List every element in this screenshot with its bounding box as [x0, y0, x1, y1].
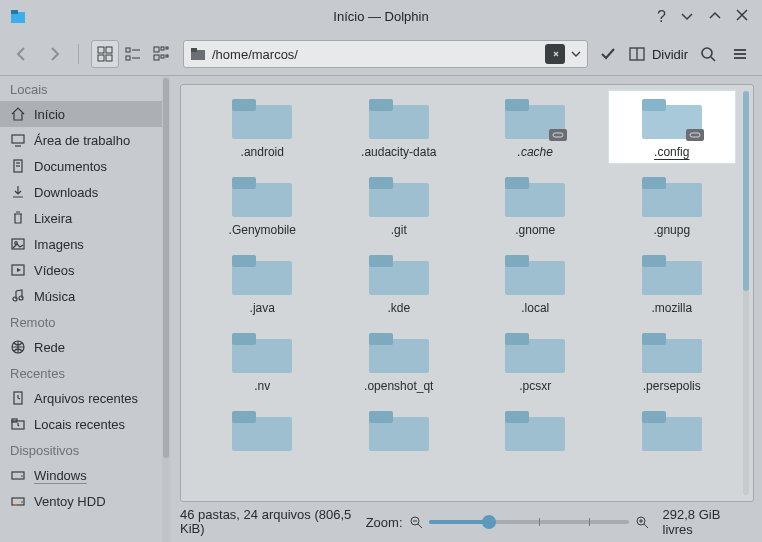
folder-item-kde[interactable]: .kde: [336, 247, 463, 319]
sidebar-item-vídeos[interactable]: Vídeos: [0, 257, 170, 283]
svg-rect-53: [642, 99, 666, 111]
svg-rect-17: [191, 48, 197, 52]
svg-rect-25: [12, 135, 24, 143]
sidebar-item-downloads[interactable]: Downloads: [0, 179, 170, 205]
folder-icon: [640, 407, 704, 453]
window-title: Início — Dolphin: [0, 9, 762, 24]
path-dropdown-button[interactable]: [571, 49, 581, 59]
folder-item-persepolis[interactable]: .persepolis: [609, 325, 736, 397]
svg-point-20: [702, 48, 712, 58]
svg-rect-79: [642, 333, 666, 345]
zoom-label: Zoom:: [366, 515, 403, 530]
sidebar-item-documentos[interactable]: Documentos: [0, 153, 170, 179]
menu-button[interactable]: [728, 42, 752, 66]
folder-item-gnome[interactable]: .gnome: [472, 169, 599, 241]
back-button[interactable]: [10, 42, 34, 66]
svg-rect-13: [154, 55, 159, 60]
titlebar: Início — Dolphin ?: [0, 0, 762, 33]
zoom-out-icon[interactable]: [409, 515, 423, 529]
svg-rect-63: [642, 177, 666, 189]
sidebar-item-label: Início: [34, 107, 65, 122]
sidebar-heading: Remoto: [0, 309, 170, 334]
sidebar-item-arquivos-recentes[interactable]: Arquivos recentes: [0, 385, 170, 411]
svg-line-89: [418, 524, 422, 528]
folder-item-gnupg[interactable]: .gnupg: [609, 169, 736, 241]
folder-item-openshot_qt[interactable]: .openshot_qt: [336, 325, 463, 397]
folder-icon: [503, 407, 567, 453]
forward-button[interactable]: [42, 42, 66, 66]
confirm-button[interactable]: [596, 42, 620, 66]
folder-label: .cache: [518, 141, 553, 159]
folder-label: .Genymobile: [229, 219, 296, 237]
compact-view-button[interactable]: [119, 40, 147, 68]
sidebar-item-música[interactable]: Música: [0, 283, 170, 309]
sidebar-item-imagens[interactable]: Imagens: [0, 231, 170, 257]
sidebar-scrollbar[interactable]: [162, 76, 170, 542]
folder-item[interactable]: [609, 403, 736, 461]
folder-icon: [503, 173, 567, 219]
drive-usb-icon: [10, 493, 26, 509]
folder-item-local[interactable]: .local: [472, 247, 599, 319]
folder-item-config[interactable]: .config: [609, 91, 736, 163]
zoom-in-icon[interactable]: [635, 515, 649, 529]
details-view-button[interactable]: [147, 40, 175, 68]
split-label: Dividir: [652, 47, 688, 62]
zoom-slider[interactable]: [429, 520, 629, 524]
folder-item-Genymobile[interactable]: .Genymobile: [199, 169, 326, 241]
documents-icon: [10, 158, 26, 174]
file-view[interactable]: .android.audacity-data.cache.config.Geny…: [180, 84, 754, 502]
svg-rect-50: [549, 129, 567, 141]
svg-rect-4: [98, 55, 104, 61]
svg-rect-57: [232, 177, 256, 189]
folder-item-nv[interactable]: .nv: [199, 325, 326, 397]
sidebar-item-rede[interactable]: Rede: [0, 334, 170, 360]
svg-rect-8: [126, 56, 130, 60]
svg-rect-43: [14, 504, 17, 506]
folder-icon: [230, 407, 294, 453]
sidebar-item-windows[interactable]: Windows: [0, 462, 170, 488]
search-button[interactable]: [696, 42, 720, 66]
desktop-icon: [10, 132, 26, 148]
folder-item-git[interactable]: .git: [336, 169, 463, 241]
folder-item[interactable]: [472, 403, 599, 461]
dolphin-window: Início — Dolphin ?: [0, 0, 762, 542]
main-area: LocaisInícioÁrea de trabalhoDocumentosDo…: [0, 75, 762, 542]
folder-label: .kde: [387, 297, 410, 315]
folder-icon: [367, 329, 431, 375]
folder-item-audacity-data[interactable]: .audacity-data: [336, 91, 463, 163]
svg-rect-5: [106, 55, 112, 61]
folder-label: .mozilla: [651, 297, 692, 315]
sidebar-item-ventoy-hdd[interactable]: Ventoy HDD: [0, 488, 170, 514]
clear-path-button[interactable]: [545, 44, 565, 64]
path-bar[interactable]: /home/marcos/: [183, 40, 588, 68]
svg-rect-2: [98, 47, 104, 53]
svg-rect-85: [505, 411, 529, 423]
folder-label: .android: [241, 141, 284, 159]
folder-item-pcsxr[interactable]: .pcsxr: [472, 325, 599, 397]
folder-item-mozilla[interactable]: .mozilla: [609, 247, 736, 319]
folder-item-java[interactable]: .java: [199, 247, 326, 319]
file-view-scrollbar[interactable]: [743, 91, 749, 495]
music-icon: [10, 288, 26, 304]
svg-rect-47: [369, 99, 393, 111]
folder-label: .openshot_qt: [364, 375, 433, 393]
sidebar-item-área-de-trabalho[interactable]: Área de trabalho: [0, 127, 170, 153]
folder-label: .persepolis: [643, 375, 701, 393]
sidebar-item-lixeira[interactable]: Lixeira: [0, 205, 170, 231]
path-text: /home/marcos/: [212, 47, 545, 62]
recent-files-icon: [10, 390, 26, 406]
icons-view-button[interactable]: [91, 40, 119, 68]
folder-item[interactable]: [199, 403, 326, 461]
sidebar-item-locais-recentes[interactable]: Locais recentes: [0, 411, 170, 437]
folder-item[interactable]: [336, 403, 463, 461]
folder-icon: [230, 251, 294, 297]
split-view-button[interactable]: Dividir: [628, 45, 688, 63]
sidebar-item-label: Área de trabalho: [34, 133, 130, 148]
svg-rect-67: [369, 255, 393, 267]
folder-icon: [367, 173, 431, 219]
svg-rect-11: [161, 47, 164, 50]
folder-item-cache[interactable]: .cache: [472, 91, 599, 163]
svg-rect-3: [106, 47, 112, 53]
sidebar-item-início[interactable]: Início: [0, 101, 170, 127]
folder-item-android[interactable]: .android: [199, 91, 326, 163]
